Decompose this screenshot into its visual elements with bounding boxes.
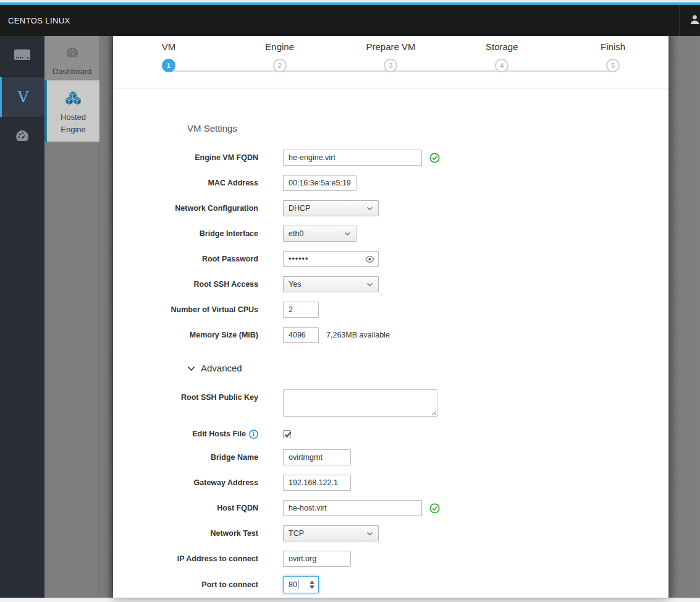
bridge-interface-label: Bridge Interface [113,226,283,242]
edit-hosts-file-checkbox[interactable] [283,430,291,438]
advanced-section-toggle[interactable]: Advanced [187,363,668,373]
spinner-up-icon[interactable] [310,581,314,584]
spinner-down-icon[interactable] [310,586,314,589]
chevron-down-icon [366,206,373,211]
root-ssh-access-select[interactable]: Yes [283,276,379,292]
dimmed-gutter [101,36,113,598]
mac-address-input[interactable] [283,175,356,191]
page-bottom-strip [0,598,700,602]
sidebar-filler [0,158,44,598]
hosted-engine-label-line2: Engine [47,124,99,136]
step-dot-5: 5 [606,59,620,72]
network-test-select[interactable]: TCP [283,525,379,541]
memory-available-note: 7,263MB available [326,331,390,339]
bridge-name-input[interactable] [283,449,351,465]
root-password-field [283,251,379,267]
root-password-input[interactable] [283,251,379,267]
wizard-steps: VM 1 Engine 2 Prepare VM 3 Storage 4 Fin… [113,36,668,72]
step-storage[interactable]: Storage 4 [446,41,557,72]
chevron-down-icon [366,532,373,536]
sidebar-item-vm-plugin[interactable]: V [0,77,44,117]
chevron-down-icon [344,232,351,236]
number-spinner[interactable] [310,581,314,589]
gateway-address-label: Gateway Address [113,475,283,491]
engine-vm-fqdn-label: Engine VM FQDN [113,150,283,166]
secondary-sidebar: Dashboard Hosted Engine [44,36,113,598]
wizard-steps-header: VM 1 Engine 2 Prepare VM 3 Storage 4 Fin… [113,36,668,88]
virtual-cpus-input[interactable] [283,302,319,318]
vm-settings-form: VM Settings Engine VM FQDN MAC Address N… [113,88,668,598]
advanced-section-title: Advanced [201,363,242,373]
step-dot-4: 4 [495,59,508,72]
bridge-interface-select[interactable]: eth0 [283,226,356,242]
text-caret [298,580,298,589]
step-dot-3: 3 [384,59,397,72]
engine-vm-fqdn-input[interactable] [283,150,422,166]
vm-plugin-letter: V [17,88,28,106]
info-icon[interactable] [249,430,258,439]
sidebar-item-machines[interactable] [0,36,44,77]
memory-size-input[interactable] [283,327,319,343]
step-dot-2: 2 [273,59,287,72]
network-configuration-select[interactable]: DHCP [283,200,379,216]
cubes-icon [65,97,82,108]
dashboard-gauge-icon [65,51,79,62]
sidebar-item-dashboard-page[interactable]: Dashboard [44,36,99,80]
root-password-label: Root Password [113,251,283,267]
port-to-connect-label: Port to connect [113,577,283,593]
check-circle-icon [429,503,440,514]
step-vm[interactable]: VM 1 [113,41,224,72]
host-fqdn-label: Host FQDN [113,500,283,516]
mac-address-label: MAC Address [113,175,283,191]
top-navbar: CENTOS LINUX [0,5,700,36]
network-configuration-label: Network Configuration [113,200,283,216]
check-circle-icon [429,153,440,163]
brand-label: CENTOS LINUX [0,16,70,25]
eye-icon[interactable] [365,255,374,266]
sidebar-item-dashboard[interactable] [0,117,44,158]
user-menu-button[interactable] [679,5,700,36]
step-dot-1: 1 [162,59,175,72]
port-to-connect-input[interactable]: 80 [283,576,319,593]
step-finish[interactable]: Finish 5 [557,41,668,72]
dashboard-gauge-icon [15,129,30,146]
step-prepare-vm[interactable]: Prepare VM 3 [335,41,447,72]
primary-sidebar: V [0,36,44,598]
server-icon [14,49,31,63]
root-ssh-public-key-textarea[interactable] [283,389,437,417]
chevron-down-icon [366,282,373,287]
ip-address-to-connect-label: IP Address to connect [113,551,283,567]
secondary-sidebar-items: Dashboard Hosted Engine [44,36,100,598]
network-test-label: Network Test [113,525,283,541]
gateway-address-input[interactable] [283,475,351,491]
root-ssh-access-label: Root SSH Access [113,276,283,292]
edit-hosts-file-label: Edit Hosts File [113,426,283,442]
dashboard-label: Dashboard [44,66,99,78]
sidebar-item-hosted-engine[interactable]: Hosted Engine [44,80,99,142]
section-title: VM Settings [187,123,668,134]
chevron-down-icon [187,363,195,373]
hosted-engine-label-line1: Hosted [47,111,99,124]
virtual-cpus-label: Number of Virtual CPUs [113,302,283,318]
navbar-right [679,5,700,36]
step-engine[interactable]: Engine 2 [224,41,335,72]
bridge-name-label: Bridge Name [113,449,283,465]
dimmed-overlay-right [668,36,700,598]
host-fqdn-input[interactable] [283,500,422,516]
ip-address-to-connect-input[interactable] [283,551,351,567]
memory-size-label: Memory Size (MiB) [113,327,283,343]
hosted-engine-wizard-dialog: VM 1 Engine 2 Prepare VM 3 Storage 4 Fin… [113,36,668,598]
user-icon [689,14,700,27]
root-ssh-public-key-label: Root SSH Public Key [113,389,283,405]
